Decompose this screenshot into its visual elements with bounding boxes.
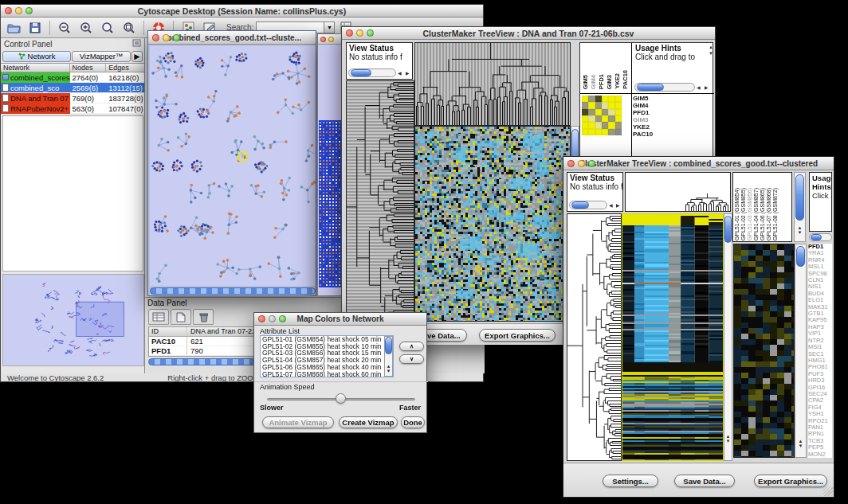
gene-label[interactable]: GIM4 bbox=[633, 102, 653, 109]
network-window-titlebar[interactable]: combined_scores_good.txt--cluste... bbox=[148, 31, 316, 45]
treeview1-titlebar[interactable]: ClusterMaker TreeView : DNA and Tran 07-… bbox=[342, 27, 715, 40]
dense-network-view[interactable] bbox=[319, 120, 342, 287]
matrix-cell[interactable] bbox=[595, 122, 602, 128]
column-label[interactable]: PAC10 bbox=[622, 70, 629, 89]
attribute-list-vscrollbar[interactable]: ▲ ▼ bbox=[384, 336, 393, 377]
close-icon[interactable] bbox=[152, 34, 159, 41]
settings-button[interactable]: Settings... bbox=[603, 475, 658, 487]
scroll-left-icon[interactable]: ◀ bbox=[398, 71, 402, 76]
column-label[interactable]: GIM4 bbox=[590, 75, 597, 89]
speed-slider-thumb[interactable] bbox=[336, 393, 346, 404]
scroll-right-icon[interactable]: ▶ bbox=[616, 203, 620, 208]
scroll-thumb[interactable] bbox=[571, 201, 589, 209]
zoom-window-icon[interactable] bbox=[173, 34, 180, 41]
column-label[interactable]: GPL51-02 (GSM855) bbox=[740, 188, 746, 240]
network-row[interactable]: RNAPuberNov2+ 563(0) 107847(0) bbox=[1, 104, 144, 114]
minimize-icon[interactable] bbox=[163, 34, 170, 41]
zoom-window-icon[interactable] bbox=[588, 160, 595, 167]
scroll-thumb[interactable] bbox=[796, 246, 805, 267]
save-icon[interactable] bbox=[26, 19, 45, 37]
matrix-cell[interactable] bbox=[602, 122, 608, 128]
tv1-gene-dendrogram[interactable] bbox=[346, 80, 414, 322]
zoom-out-icon[interactable] bbox=[55, 19, 74, 37]
gene-label[interactable]: GIM3 bbox=[633, 116, 653, 123]
scroll-left-icon[interactable]: ◀ bbox=[609, 203, 613, 208]
col-network[interactable]: Network bbox=[1, 64, 70, 72]
attribute-listbox[interactable]: GPL51-01 (GSM854) heat shock 05 minGPL51… bbox=[260, 335, 394, 377]
create-vizmap-button[interactable]: Create Vizmap bbox=[339, 416, 398, 428]
scroll-down-icon[interactable]: ▼ bbox=[795, 230, 805, 235]
delete-attribute-icon[interactable] bbox=[193, 309, 214, 325]
minimize-icon[interactable] bbox=[356, 29, 363, 37]
network-hscrollbar[interactable] bbox=[150, 287, 316, 295]
matrix-cell[interactable] bbox=[595, 129, 602, 135]
matrix-cell[interactable] bbox=[602, 115, 608, 122]
column-label[interactable]: PFD1 bbox=[598, 74, 605, 89]
matrix-cell[interactable] bbox=[588, 122, 595, 128]
dialog-titlebar[interactable]: Map Colors to Network bbox=[254, 313, 426, 326]
scroll-right-icon[interactable]: ▶ bbox=[406, 71, 410, 76]
network-row[interactable]: combined_scores 2764(0) 16218(0) bbox=[1, 72, 144, 83]
scroll-thumb[interactable] bbox=[385, 337, 392, 354]
tv2-heatmap-vscrollbar[interactable]: ▲ ▼ bbox=[724, 213, 732, 461]
open-file-icon[interactable] bbox=[4, 19, 23, 37]
scroll-down-icon[interactable]: ▼ bbox=[385, 369, 392, 373]
matrix-cell[interactable] bbox=[582, 102, 588, 108]
matrix-cell[interactable] bbox=[588, 129, 595, 135]
matrix-cell[interactable] bbox=[588, 109, 595, 115]
animate-vizmap-button[interactable]: Animate Vizmap bbox=[262, 416, 334, 428]
matrix-cell[interactable] bbox=[588, 96, 595, 102]
done-button[interactable]: Done bbox=[401, 416, 425, 428]
tv1-global-heatmap[interactable] bbox=[414, 126, 571, 322]
minimize-icon[interactable] bbox=[578, 160, 585, 167]
scroll-left-icon[interactable]: ◀ bbox=[697, 85, 701, 90]
export-graphics-button[interactable]: Export Graphics... bbox=[754, 475, 827, 487]
matrix-cell[interactable] bbox=[608, 115, 614, 122]
zoom-matrix[interactable] bbox=[582, 96, 622, 135]
tv2-status-hscrollbar[interactable] bbox=[569, 201, 607, 209]
matrix-cell[interactable] bbox=[595, 115, 602, 122]
scroll-thumb[interactable] bbox=[724, 216, 732, 243]
tv2-zoom-heatmap[interactable] bbox=[733, 244, 795, 458]
column-label[interactable]: GPL51-07 (GSM868) bbox=[766, 188, 771, 240]
matrix-cell[interactable] bbox=[615, 109, 622, 115]
matrix-cell[interactable] bbox=[582, 129, 588, 135]
matrix-cell[interactable] bbox=[615, 115, 622, 122]
move-up-button[interactable]: ∧ bbox=[399, 342, 424, 351]
matrix-cell[interactable] bbox=[602, 96, 608, 102]
matrix-cell[interactable] bbox=[608, 102, 614, 108]
scroll-down-icon[interactable]: ▼ bbox=[709, 51, 713, 56]
matrix-cell[interactable] bbox=[595, 109, 602, 115]
matrix-cell[interactable] bbox=[608, 129, 614, 135]
gene-label[interactable]: GIM5 bbox=[633, 95, 653, 102]
gene-label[interactable]: PAC10 bbox=[633, 131, 653, 138]
matrix-cell[interactable] bbox=[602, 102, 608, 108]
new-attribute-icon[interactable] bbox=[171, 309, 191, 325]
matrix-cell[interactable] bbox=[615, 129, 622, 135]
col-nodes[interactable]: Nodes bbox=[70, 64, 107, 72]
matrix-cell[interactable] bbox=[608, 109, 614, 115]
matrix-cell[interactable] bbox=[588, 115, 595, 122]
scroll-down-icon[interactable]: ▼ bbox=[724, 439, 732, 443]
gene-label[interactable]: YKE2 bbox=[633, 123, 653, 131]
minimize-icon[interactable] bbox=[269, 315, 276, 322]
matrix-cell[interactable] bbox=[582, 109, 588, 115]
column-label[interactable]: YKE2 bbox=[614, 73, 621, 89]
scroll-down-icon[interactable]: ▼ bbox=[795, 443, 806, 448]
tv1-status-hscrollbar[interactable] bbox=[348, 68, 396, 77]
col-edges[interactable]: Edges bbox=[106, 64, 144, 72]
resize-grip[interactable] bbox=[823, 486, 833, 496]
zoom-fit-icon[interactable] bbox=[98, 19, 117, 37]
id-column-header[interactable]: ID bbox=[149, 327, 187, 336]
network-graph-view[interactable] bbox=[150, 46, 316, 286]
column-label[interactable]: GPL51-06 (GSM865) bbox=[760, 188, 765, 240]
network-overview-thumbnail[interactable] bbox=[2, 274, 144, 366]
matrix-cell[interactable] bbox=[615, 122, 622, 128]
column-label[interactable]: GIM3 bbox=[606, 75, 613, 89]
zoom-window-icon[interactable] bbox=[26, 7, 33, 14]
close-icon[interactable] bbox=[258, 315, 265, 322]
tab-vizmapper[interactable]: VizMapper™ bbox=[72, 51, 131, 62]
attribute-select-icon[interactable] bbox=[148, 309, 169, 325]
scroll-right-icon[interactable]: ▶ bbox=[705, 85, 709, 90]
scroll-thumb[interactable] bbox=[637, 84, 664, 91]
